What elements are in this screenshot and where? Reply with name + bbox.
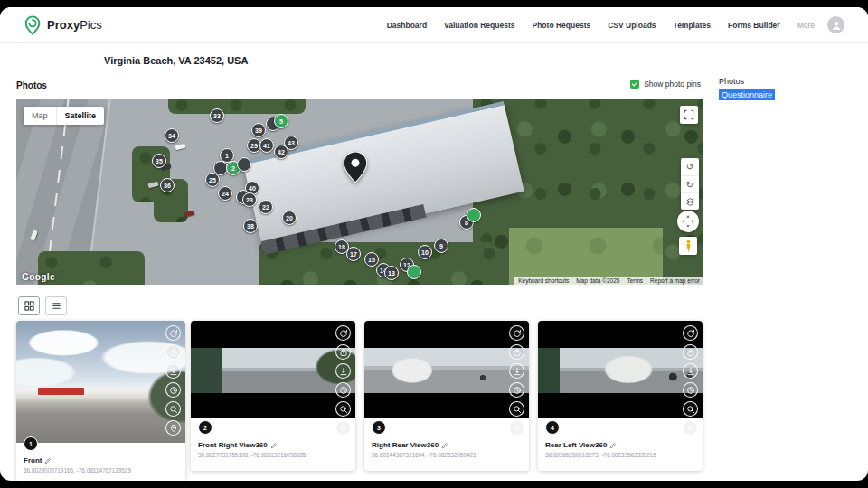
photo-pin[interactable]: 17 xyxy=(346,247,361,261)
photo-pin[interactable]: 34 xyxy=(165,128,179,143)
attribution-item[interactable]: Terms xyxy=(623,277,646,285)
show-photo-pins-toggle[interactable]: Show photo pins xyxy=(630,80,701,89)
street-view-pegman[interactable] xyxy=(679,237,697,255)
property-location-pin[interactable] xyxy=(344,152,367,183)
photo-pin[interactable]: 24 xyxy=(218,186,232,201)
sidebar-link-photos[interactable]: Photos xyxy=(719,77,744,86)
photo-pin[interactable]: 42 xyxy=(274,145,288,159)
sidebar-link-questionnaire[interactable]: Questionnaire xyxy=(719,89,775,100)
share-button[interactable] xyxy=(335,344,351,360)
pano-rotate-button[interactable] xyxy=(335,325,351,341)
pan-control[interactable] xyxy=(677,211,699,232)
history-button[interactable] xyxy=(165,382,181,398)
nav-item-csv-uploads[interactable]: CSV Uploads xyxy=(608,21,656,30)
photo-pin[interactable]: 25 xyxy=(205,173,220,187)
nav-item-forms-builder[interactable]: Forms Builder xyxy=(728,21,780,30)
download-button[interactable] xyxy=(165,363,181,379)
zoom-button[interactable] xyxy=(683,401,698,417)
share-button[interactable] xyxy=(509,344,524,360)
photo-title: Front xyxy=(24,456,42,465)
rotate-ccw-button[interactable]: ↺ xyxy=(681,158,699,175)
photo-pin[interactable]: 5 xyxy=(274,114,288,128)
user-avatar[interactable] xyxy=(827,16,844,33)
satellite-map[interactable]: 3334353639294143425122524402322203818171… xyxy=(16,99,703,285)
photo-pin[interactable] xyxy=(407,265,421,279)
zoom-button[interactable] xyxy=(509,401,524,417)
pano-rotate-button[interactable] xyxy=(683,325,698,341)
photo-pin[interactable]: 41 xyxy=(259,138,274,153)
nav-item-photo-requests[interactable]: Photo Requests xyxy=(533,21,591,30)
location-button[interactable] xyxy=(509,420,524,436)
history-button[interactable] xyxy=(509,382,524,398)
share-button[interactable] xyxy=(165,344,181,360)
photo-pin[interactable]: 33 xyxy=(210,108,224,123)
photo-pin-number: 38 xyxy=(247,223,254,230)
photo-pin[interactable]: 23 xyxy=(242,192,257,207)
zoom-button[interactable] xyxy=(335,401,351,417)
photo-card[interactable]: 4Rear Left View36036.80265260618273, -76… xyxy=(538,321,703,471)
grid-view-button[interactable] xyxy=(18,296,40,315)
history-button[interactable] xyxy=(335,382,351,398)
list-view-button[interactable] xyxy=(45,296,67,315)
download-button[interactable] xyxy=(683,363,698,379)
photo-pin[interactable]: 38 xyxy=(243,219,258,233)
attribution-item[interactable]: Report a map error xyxy=(646,277,703,285)
photo-pin[interactable]: 9 xyxy=(434,239,448,253)
photo-pin-number: 41 xyxy=(263,143,270,149)
photo-card[interactable]: 2Front Right View36036.8027731755108, -7… xyxy=(191,321,355,471)
nav-item-dashboard[interactable]: Dashboard xyxy=(387,21,427,30)
photo-pin-number: 25 xyxy=(209,177,216,183)
attribution-item[interactable]: Keyboard shortcuts xyxy=(514,277,572,285)
proxypics-logo[interactable]: ProxyPics xyxy=(24,15,102,35)
history-button[interactable] xyxy=(683,382,698,398)
photo-meta: Front36.8028005719166, -76.0811476712952… xyxy=(24,456,178,474)
pano-rotate-button[interactable] xyxy=(165,325,181,341)
nav-item-valuation-requests[interactable]: Valuation Requests xyxy=(444,21,514,30)
checkbox-checked-icon[interactable] xyxy=(630,80,639,89)
photo-thumbnail[interactable] xyxy=(191,321,355,418)
photo-pin[interactable]: 15 xyxy=(364,252,379,267)
photo-pin-number: 20 xyxy=(286,215,293,221)
pegman-icon xyxy=(684,239,693,253)
rotate-cw-button[interactable]: ↻ xyxy=(681,175,699,192)
photo-card[interactable]: 3Right Rear View36036.80244367321604, -7… xyxy=(364,321,529,471)
download-button[interactable] xyxy=(509,363,524,379)
photo-pin[interactable]: 13 xyxy=(384,266,399,280)
edit-icon[interactable] xyxy=(441,442,448,449)
share-icon xyxy=(339,348,348,357)
tilt-view-button[interactable] xyxy=(681,192,699,210)
thumbnail-actions xyxy=(335,325,351,436)
share-button[interactable] xyxy=(683,344,698,360)
location-button[interactable] xyxy=(683,420,698,436)
photo-pin[interactable]: 35 xyxy=(152,154,166,168)
photo-pin[interactable] xyxy=(237,157,251,172)
photo-thumbnail[interactable] xyxy=(364,321,529,418)
pano-rotate-button[interactable] xyxy=(509,325,524,341)
location-button[interactable] xyxy=(165,420,181,436)
edit-icon[interactable] xyxy=(270,442,278,449)
photo-pin[interactable]: 20 xyxy=(282,211,297,225)
photo-thumbnail[interactable] xyxy=(538,321,703,418)
photo-pin[interactable]: 10 xyxy=(418,245,432,259)
photo-card[interactable]: 1Front36.8028005719166, -76.081147671295… xyxy=(16,321,185,481)
zoom-button[interactable] xyxy=(165,401,181,417)
photo-pin[interactable]: 22 xyxy=(259,200,273,214)
history-icon xyxy=(339,386,348,395)
photo-pin[interactable] xyxy=(467,208,481,222)
nav-item-templates[interactable]: Templates xyxy=(674,21,711,30)
nav-item-more[interactable]: More xyxy=(797,21,815,30)
satellite-view-button[interactable]: Satellite xyxy=(56,107,105,125)
map-view-button[interactable]: Map xyxy=(24,111,56,120)
zoom-icon xyxy=(169,405,178,414)
edit-icon[interactable] xyxy=(609,442,617,449)
map-car xyxy=(175,144,186,151)
storefront-sign xyxy=(38,388,83,395)
edit-icon[interactable] xyxy=(44,457,52,465)
photo-pin[interactable]: 36 xyxy=(160,178,175,192)
download-button[interactable] xyxy=(335,363,351,379)
grid-view-icon xyxy=(24,301,34,311)
fullscreen-button[interactable] xyxy=(680,106,698,124)
photo-pin[interactable]: 39 xyxy=(251,123,266,137)
photo-thumbnail[interactable] xyxy=(16,321,185,443)
location-button[interactable] xyxy=(335,420,351,436)
